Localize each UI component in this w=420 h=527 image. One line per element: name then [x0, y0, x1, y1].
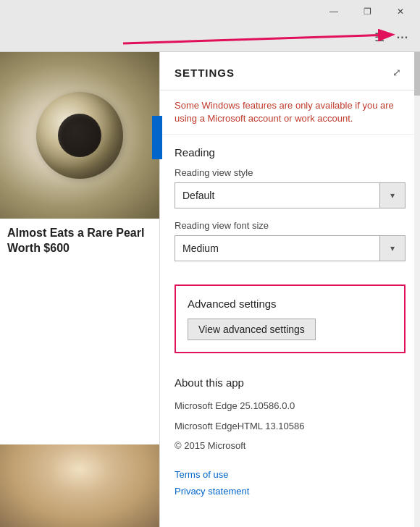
reading-view-font-size-select[interactable]: Small Medium Large Extra Large	[175, 235, 406, 261]
minimize-button[interactable]: —	[317, 0, 350, 23]
reading-view-font-size-wrapper: Small Medium Large Extra Large ▾	[175, 235, 406, 261]
about-section: About this app Microsoft Edge 25.10586.0…	[160, 365, 420, 513]
warning-banner: Some Windows features are only available…	[160, 90, 420, 135]
shell-inner	[58, 114, 101, 157]
shell-image	[36, 92, 123, 179]
bottom-image-area	[0, 444, 159, 527]
more-icon: ···	[397, 31, 408, 44]
about-copyright: © 2015 Microsoft	[175, 437, 406, 454]
settings-title: SETTINGS	[175, 67, 235, 79]
reading-view-font-size-label: Reading view font size	[175, 220, 406, 231]
reading-view-style-wrapper: Default Light Dark ▾	[175, 182, 406, 208]
scrollbar-track[interactable]	[414, 52, 420, 527]
title-bar: — ❐ ✕	[0, 0, 420, 23]
article-content: Almost Eats a Rare Pearl Worth $600	[0, 219, 159, 269]
menu-button[interactable]: ☰	[368, 26, 391, 49]
menu-icon: ☰	[374, 30, 385, 44]
about-edge-version: Microsoft Edge 25.10586.0.0	[175, 397, 406, 414]
article-title: Almost Eats a Rare Pearl Worth $600	[7, 226, 152, 256]
view-advanced-settings-button[interactable]: View advanced settings	[188, 319, 316, 340]
warning-text: Some Windows features are only available…	[175, 100, 394, 124]
settings-panel: SETTINGS ⤢ Some Windows features are onl…	[159, 52, 420, 527]
reading-section: Reading Reading view style Default Light…	[160, 135, 420, 284]
terms-of-use-link[interactable]: Terms of use	[175, 469, 406, 480]
restore-button[interactable]: ❐	[350, 0, 384, 23]
advanced-settings-title: Advanced settings	[188, 298, 392, 310]
close-button[interactable]: ✕	[384, 0, 417, 23]
privacy-statement-link[interactable]: Privacy statement	[175, 486, 406, 497]
window-controls: — ❐ ✕	[317, 0, 417, 23]
about-section-title: About this app	[175, 376, 406, 389]
reading-section-title: Reading	[175, 146, 406, 159]
reading-view-style-select[interactable]: Default Light Dark	[175, 182, 406, 208]
face-image	[0, 444, 159, 527]
settings-header: SETTINGS ⤢	[160, 52, 420, 90]
blue-indicator	[152, 116, 162, 159]
more-button[interactable]: ···	[391, 26, 414, 49]
popout-icon: ⤢	[392, 67, 401, 78]
popout-button[interactable]: ⤢	[388, 64, 406, 81]
scrollbar-thumb[interactable]	[414, 52, 420, 96]
browser-toolbar: ☰ ···	[0, 23, 420, 52]
reading-view-style-label: Reading view style	[175, 167, 406, 178]
advanced-settings-box: Advanced settings View advanced settings	[175, 284, 406, 353]
about-edgehtml-version: Microsoft EdgeHTML 13.10586	[175, 418, 406, 434]
article-image	[0, 52, 159, 219]
